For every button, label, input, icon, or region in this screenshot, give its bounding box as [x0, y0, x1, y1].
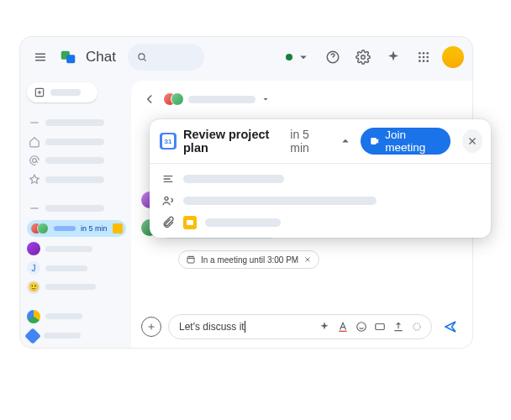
description-icon [161, 172, 175, 186]
svg-rect-18 [187, 257, 194, 264]
at-icon [29, 155, 40, 166]
svg-point-2 [139, 54, 145, 60]
bot-avatar-icon: 🙂 [27, 281, 40, 294]
search-icon [136, 51, 148, 63]
active-status-dot-icon [286, 54, 292, 60]
status-chip: In a meeting until 3:00 PM [178, 250, 319, 269]
svg-point-8 [419, 56, 421, 59]
sidebar: in 5 min J 🙂 [20, 77, 131, 348]
conversation-title-placeholder [188, 96, 256, 103]
close-popover-button[interactable] [462, 129, 482, 153]
svg-point-5 [419, 52, 421, 55]
home-icon [29, 136, 40, 148]
sidebar-conversation[interactable]: 🙂 [27, 280, 126, 294]
account-avatar[interactable] [442, 46, 464, 68]
svg-point-21 [414, 323, 420, 330]
close-icon[interactable] [303, 255, 312, 264]
message-input[interactable]: Let's discuss it [168, 314, 432, 339]
placeholder [50, 89, 81, 96]
drive-icon [27, 310, 40, 323]
svg-point-10 [426, 56, 429, 59]
sparkle-icon[interactable] [317, 319, 332, 334]
format-text-icon[interactable] [335, 319, 350, 334]
chat-logo-icon [59, 48, 77, 66]
sidebar-conversation[interactable] [27, 242, 126, 256]
sidebar-item-mentions[interactable] [27, 154, 126, 168]
popover-guests-row [161, 194, 479, 207]
sidebar-section[interactable] [27, 201, 126, 215]
send-button[interactable] [439, 315, 462, 339]
placeholder [54, 226, 76, 231]
slides-icon [183, 216, 197, 229]
meeting-popover: Review project plan in 5 min Join meetin… [150, 119, 491, 238]
sidebar-conversation[interactable]: J [27, 261, 126, 276]
svg-point-12 [423, 60, 425, 62]
emoji-icon[interactable] [354, 319, 369, 334]
sidebar-meeting-time: in 5 min [81, 224, 108, 233]
svg-point-19 [357, 323, 366, 332]
popover-description-row [161, 172, 479, 186]
user-avatar-icon: J [27, 261, 40, 275]
svg-point-16 [33, 159, 37, 163]
sidebar-item-starred[interactable] [27, 173, 126, 187]
chevron-down-icon[interactable] [261, 94, 271, 104]
svg-rect-15 [30, 122, 38, 123]
svg-point-23 [165, 197, 168, 200]
join-meeting-button[interactable]: Join meeting [361, 128, 450, 155]
top-bar: Chat [20, 37, 472, 77]
svg-point-9 [423, 56, 425, 59]
svg-rect-17 [30, 207, 38, 208]
back-icon[interactable] [141, 91, 158, 108]
people-icon [161, 194, 175, 207]
menu-icon[interactable] [29, 45, 52, 69]
popover-body [150, 164, 491, 229]
sidebar-section[interactable] [27, 115, 126, 129]
popover-header: Review project plan in 5 min Join meetin… [150, 119, 491, 164]
meeting-title: Review project plan [183, 128, 280, 155]
status-indicator[interactable] [282, 45, 314, 69]
product-title: Chat [86, 49, 116, 66]
sidebar-active-conversation[interactable]: in 5 min [27, 220, 126, 237]
sidebar-app-drive[interactable] [27, 309, 126, 323]
gif-icon[interactable] [372, 319, 387, 334]
svg-point-11 [419, 60, 421, 62]
calendar-icon [186, 255, 196, 265]
svg-rect-1 [66, 55, 75, 63]
upload-icon[interactable] [391, 319, 406, 334]
dash-icon [29, 117, 40, 129]
attachment-icon [161, 216, 175, 229]
sparkle-icon[interactable] [382, 45, 405, 69]
settings-icon[interactable] [351, 45, 375, 69]
svg-rect-20 [376, 324, 385, 330]
search-bar[interactable] [128, 44, 204, 71]
group-avatar-icon [163, 91, 183, 108]
svg-point-6 [423, 52, 425, 55]
new-chat-button[interactable] [27, 82, 97, 102]
sidebar-app-gemini[interactable] [27, 328, 126, 343]
gemini-icon [24, 328, 41, 344]
compose-icon [34, 87, 45, 98]
meeting-time: in 5 min [290, 128, 325, 155]
composer-text: Let's discuss it [179, 321, 245, 333]
svg-point-4 [361, 55, 366, 60]
sidebar-item-home[interactable] [27, 134, 126, 149]
add-attachment-button[interactable] [141, 317, 161, 337]
help-icon[interactable] [321, 45, 345, 69]
status-text: In a meeting until 3:00 PM [201, 255, 298, 265]
group-avatar-icon [30, 221, 49, 236]
join-button-label: Join meeting [385, 129, 439, 154]
user-avatar-icon [27, 242, 40, 255]
text-cursor-icon [245, 321, 245, 333]
chevron-down-icon [296, 50, 311, 65]
calendar-app-icon [160, 133, 176, 150]
apps-grid-icon[interactable] [412, 45, 435, 69]
star-icon [29, 174, 40, 186]
video-icon[interactable] [409, 319, 424, 334]
conversation-header [141, 87, 462, 116]
video-camera-icon [369, 134, 380, 148]
svg-point-13 [426, 60, 429, 62]
calendar-mini-icon [113, 223, 123, 234]
composer: Let's discuss it [141, 314, 462, 339]
collapse-button[interactable] [337, 133, 354, 150]
popover-attachment-row[interactable] [161, 216, 479, 229]
